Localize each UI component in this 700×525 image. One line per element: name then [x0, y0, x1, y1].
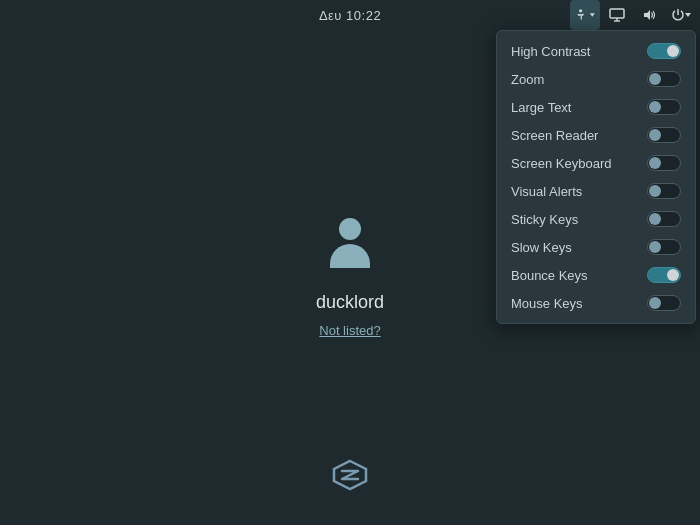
- power-button[interactable]: [666, 0, 696, 30]
- accessibility-icon: [574, 7, 587, 23]
- panel-item-slow-keys[interactable]: Slow Keys: [497, 233, 695, 261]
- zorin-logo-icon: [330, 459, 370, 491]
- panel-item-zoom[interactable]: Zoom: [497, 65, 695, 93]
- user-card: ducklord Not listed?: [316, 218, 384, 338]
- panel-item-screen-keyboard[interactable]: Screen Keyboard: [497, 149, 695, 177]
- panel-item-label: Large Text: [511, 100, 571, 115]
- panel-item-visual-alerts[interactable]: Visual Alerts: [497, 177, 695, 205]
- topbar-right: [570, 0, 700, 30]
- panel-item-label: Mouse Keys: [511, 296, 583, 311]
- toggle-large-text[interactable]: [647, 99, 681, 115]
- toggle-mouse-keys[interactable]: [647, 295, 681, 311]
- avatar-head: [339, 218, 361, 240]
- toggle-zoom[interactable]: [647, 71, 681, 87]
- logo: [330, 459, 370, 495]
- svg-rect-1: [610, 9, 624, 18]
- svg-point-0: [579, 9, 582, 12]
- volume-icon: [641, 7, 657, 23]
- avatar-body: [330, 244, 370, 268]
- dropdown-arrow-icon: [589, 11, 596, 19]
- panel-item-label: Visual Alerts: [511, 184, 582, 199]
- panel-item-label: Screen Keyboard: [511, 156, 611, 171]
- topbar-datetime: Δευ 10:22: [319, 8, 381, 23]
- power-dropdown-icon: [684, 11, 692, 19]
- panel-item-bounce-keys[interactable]: Bounce Keys: [497, 261, 695, 289]
- panel-item-label: High Contrast: [511, 44, 590, 59]
- panel-item-high-contrast[interactable]: High Contrast: [497, 37, 695, 65]
- avatar-figure: [318, 218, 382, 268]
- toggle-screen-reader[interactable]: [647, 127, 681, 143]
- panel-item-label: Screen Reader: [511, 128, 598, 143]
- panel-item-large-text[interactable]: Large Text: [497, 93, 695, 121]
- user-name[interactable]: ducklord: [316, 292, 384, 313]
- screen-button[interactable]: [602, 0, 632, 30]
- panel-item-label: Zoom: [511, 72, 544, 87]
- panel-item-sticky-keys[interactable]: Sticky Keys: [497, 205, 695, 233]
- panel-item-screen-reader[interactable]: Screen Reader: [497, 121, 695, 149]
- accessibility-button[interactable]: [570, 0, 600, 30]
- panel-item-label: Bounce Keys: [511, 268, 588, 283]
- toggle-high-contrast[interactable]: [647, 43, 681, 59]
- user-avatar: [318, 218, 382, 282]
- panel-item-label: Slow Keys: [511, 240, 572, 255]
- toggle-visual-alerts[interactable]: [647, 183, 681, 199]
- toggle-sticky-keys[interactable]: [647, 211, 681, 227]
- screen-icon: [609, 7, 625, 23]
- panel-item-mouse-keys[interactable]: Mouse Keys: [497, 289, 695, 317]
- toggle-slow-keys[interactable]: [647, 239, 681, 255]
- accessibility-panel: High ContrastZoomLarge TextScreen Reader…: [496, 30, 696, 324]
- topbar: Δευ 10:22: [0, 0, 700, 30]
- volume-button[interactable]: [634, 0, 664, 30]
- panel-item-label: Sticky Keys: [511, 212, 578, 227]
- toggle-screen-keyboard[interactable]: [647, 155, 681, 171]
- toggle-bounce-keys[interactable]: [647, 267, 681, 283]
- not-listed-link[interactable]: Not listed?: [319, 323, 380, 338]
